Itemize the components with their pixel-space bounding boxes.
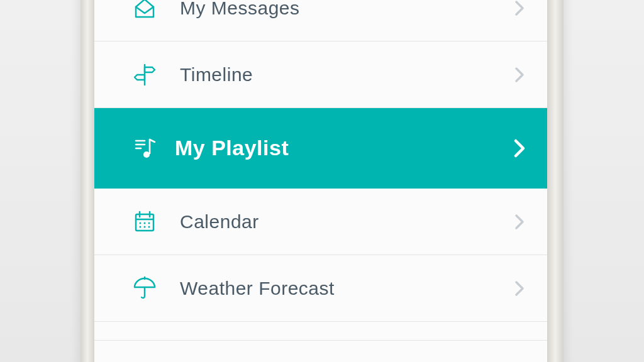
navigation-menu: My Messages 4 Timeline [94, 0, 547, 341]
chevron-right-icon [511, 0, 528, 17]
menu-item-label: My Messages [180, 0, 300, 19]
menu-item-timeline[interactable]: Timeline [94, 41, 547, 108]
menu-item-messages[interactable]: My Messages 4 [94, 0, 547, 41]
mail-open-icon [131, 0, 158, 22]
menu-item-label: Calendar [180, 211, 259, 233]
svg-point-5 [143, 151, 150, 158]
svg-point-14 [144, 226, 146, 228]
device-frame-right [547, 0, 564, 362]
umbrella-icon [131, 275, 158, 302]
chevron-right-icon [511, 66, 528, 84]
menu-item-calendar[interactable]: Calendar [94, 189, 547, 255]
chevron-right-icon [511, 280, 528, 297]
chevron-right-icon [511, 140, 528, 157]
menu-item-playlist[interactable]: My Playlist [94, 108, 547, 189]
menu-item-next[interactable] [94, 322, 547, 341]
device-screen: My Messages 4 Timeline [94, 0, 547, 362]
svg-point-12 [148, 222, 150, 224]
svg-point-13 [140, 226, 142, 228]
svg-point-11 [144, 222, 146, 224]
menu-item-weather[interactable]: Weather Forecast [94, 255, 547, 322]
menu-item-label: Weather Forecast [180, 278, 335, 299]
calendar-icon [131, 208, 158, 236]
menu-item-label: My Playlist [175, 136, 289, 160]
menu-item-label: Timeline [180, 64, 253, 85]
chevron-right-icon [511, 213, 528, 231]
svg-point-10 [140, 222, 142, 224]
music-note-icon [131, 134, 158, 162]
svg-point-15 [148, 226, 150, 228]
signpost-icon [131, 61, 158, 89]
device-frame-left [80, 0, 94, 362]
